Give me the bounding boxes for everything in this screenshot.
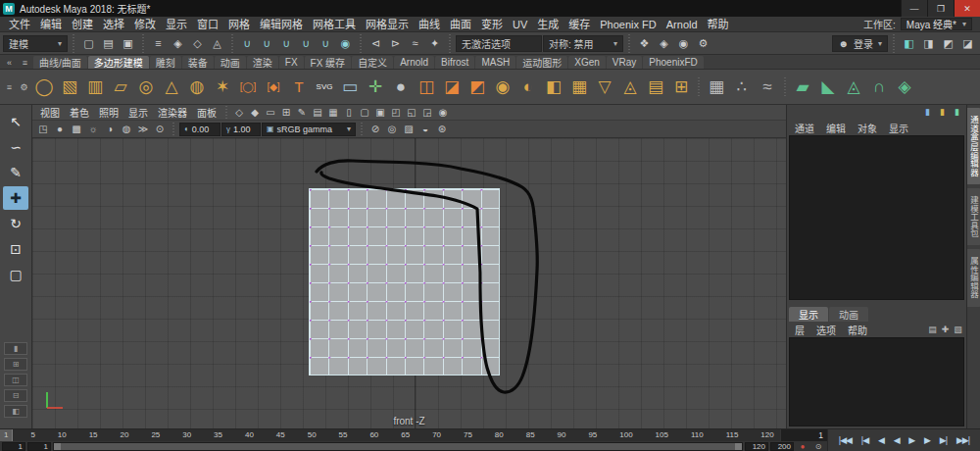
boolean-icon[interactable]: ◉ bbox=[490, 72, 515, 103]
shelf-tab[interactable]: 自定义 bbox=[352, 56, 393, 69]
menu-item[interactable]: 创建 bbox=[67, 17, 98, 32]
menu-item[interactable]: 曲面 bbox=[445, 17, 476, 32]
new-layer-from-selected-icon[interactable]: ▧ bbox=[952, 324, 964, 336]
curves-sphere-icon[interactable]: [◯] bbox=[235, 72, 261, 103]
toolbar-separator[interactable] bbox=[140, 34, 146, 53]
current-time-field[interactable]: 1 bbox=[780, 429, 827, 441]
select-by-component-icon[interactable]: ◇ bbox=[188, 34, 207, 53]
quadrangulate-icon[interactable]: ▤ bbox=[643, 72, 668, 103]
safe-action-icon[interactable]: ◱ bbox=[404, 106, 419, 120]
last-used-tool[interactable]: ▢ bbox=[3, 263, 28, 286]
toolbar-separator[interactable] bbox=[891, 34, 897, 53]
menu-item[interactable]: 文件 bbox=[4, 17, 35, 32]
menu-set-selector[interactable]: 建模 ▾ bbox=[3, 35, 68, 52]
toolbar-separator[interactable] bbox=[229, 34, 235, 53]
menu-item[interactable]: 缓存 bbox=[564, 17, 595, 32]
menu-item[interactable]: 修改 bbox=[129, 17, 161, 32]
render-current-frame-icon[interactable]: ◈ bbox=[655, 34, 673, 53]
snap-to-points-icon[interactable]: ∪ bbox=[277, 34, 296, 53]
toolbar-separator[interactable] bbox=[71, 34, 76, 53]
animation-start-field[interactable]: 1 bbox=[2, 442, 25, 451]
shaded-sphere-icon[interactable]: ● bbox=[388, 72, 414, 103]
colorspace-selector[interactable]: ▣ sRGB gamma ▾ bbox=[262, 123, 356, 136]
menu-item[interactable]: 编辑 bbox=[35, 17, 67, 32]
menu-item[interactable]: 帮助 bbox=[703, 17, 734, 32]
poly-disc-icon[interactable]: ◍ bbox=[184, 72, 210, 103]
viewport[interactable]: front -Z bbox=[32, 138, 786, 428]
camera-lock-icon[interactable]: ◆ bbox=[247, 106, 263, 120]
cluster-icon[interactable]: ∴ bbox=[729, 72, 755, 103]
quad-draw-icon[interactable]: ▰ bbox=[790, 72, 815, 103]
shelf-scroll-icon[interactable]: « bbox=[2, 56, 17, 69]
toolbar-separator[interactable] bbox=[171, 121, 176, 138]
auto-keyframe-icon[interactable]: ● bbox=[796, 441, 809, 451]
frame-selected-icon[interactable]: ◉ bbox=[435, 106, 451, 120]
layer-editor-menu-item[interactable]: 帮助 bbox=[842, 323, 873, 337]
combine-icon[interactable]: ◫ bbox=[414, 72, 439, 103]
rotate-tool[interactable]: ↻ bbox=[3, 212, 28, 235]
shelf-tab[interactable]: 渲染 bbox=[247, 56, 278, 69]
curves-cube-icon[interactable]: [◆] bbox=[261, 72, 286, 103]
shelf-menu-icon[interactable]: ≡ bbox=[18, 56, 32, 69]
menu-item[interactable]: Arnold bbox=[662, 17, 703, 32]
layout-single-pane-icon[interactable]: ▮ bbox=[4, 342, 27, 355]
smooth-icon[interactable]: ◐ bbox=[515, 72, 541, 103]
new-empty-layer-icon[interactable]: ✚ bbox=[939, 324, 952, 336]
bookmark-icon[interactable]: ▤ bbox=[310, 106, 325, 120]
go-to-end-button[interactable]: ▶▶| bbox=[956, 433, 970, 447]
menu-item[interactable]: 窗口 bbox=[192, 17, 223, 32]
sidebar-tab[interactable]: 通道盒/层编辑器 bbox=[967, 108, 980, 184]
toolbar-separator[interactable] bbox=[358, 34, 364, 53]
scale-tool[interactable]: ⊡ bbox=[3, 237, 28, 261]
menu-item[interactable]: 网格工具 bbox=[308, 17, 361, 32]
nonlinear-deformer-icon[interactable]: ≈ bbox=[755, 72, 780, 103]
layer-list[interactable] bbox=[789, 337, 964, 426]
sidebar-attribute-editor-icon[interactable]: ▮ bbox=[921, 106, 934, 119]
shelf-tab[interactable]: 运动图形 bbox=[516, 56, 567, 69]
shelf-editor-icon[interactable]: ≡ bbox=[2, 82, 17, 92]
no-active-option-field[interactable]: 无激活选项 bbox=[456, 35, 542, 52]
animation-end-field[interactable]: 200 bbox=[770, 442, 794, 451]
animation-preferences-icon[interactable]: ⊙ bbox=[811, 441, 825, 451]
default-material-icon[interactable]: ◒ bbox=[417, 123, 433, 136]
poly-cone-icon[interactable]: △ bbox=[159, 72, 184, 103]
shelf-tab[interactable]: MASH bbox=[475, 56, 515, 69]
range-slider-bar[interactable] bbox=[53, 442, 743, 451]
type-tool-icon[interactable]: T bbox=[286, 72, 312, 103]
xray-toggle-icon[interactable]: ⊘ bbox=[368, 123, 383, 136]
make-live-icon[interactable]: ◉ bbox=[336, 34, 355, 53]
resolution-gate-icon[interactable]: ▢ bbox=[357, 106, 372, 120]
gamma-field[interactable]: γ 1.00 bbox=[221, 123, 261, 136]
menu-item[interactable]: 变形 bbox=[476, 17, 508, 32]
paint-select-tool[interactable]: ✎ bbox=[3, 161, 28, 184]
bevel-icon[interactable]: ◈ bbox=[892, 72, 917, 103]
maximize-button[interactable]: ❐ bbox=[927, 0, 954, 17]
step-forward-key-button[interactable]: ▶ bbox=[923, 433, 931, 447]
mirror-geometry-icon[interactable]: ◧ bbox=[541, 72, 566, 103]
toggle-tool-settings-icon[interactable]: ◩ bbox=[939, 34, 957, 53]
ssao-toggle-icon[interactable]: ◍ bbox=[119, 123, 134, 136]
channel-box-menu-item[interactable]: 对象 bbox=[852, 121, 883, 135]
toolbar-separator[interactable] bbox=[626, 34, 632, 53]
toolbar-separator[interactable] bbox=[359, 121, 365, 138]
panel-menu-item[interactable]: 面板 bbox=[192, 105, 221, 120]
connect-tool-icon[interactable]: ∩ bbox=[866, 72, 892, 103]
sidebar-channel-box-icon[interactable]: ▮ bbox=[951, 106, 963, 119]
layer-editor-menu-item[interactable]: 选项 bbox=[810, 323, 842, 337]
sidebar-tool-settings-icon[interactable]: ▮ bbox=[936, 106, 949, 119]
duplicate-array-icon[interactable]: ▦ bbox=[566, 72, 592, 103]
camera-select-icon[interactable]: ◇ bbox=[231, 106, 247, 120]
menu-item[interactable]: 选择 bbox=[98, 17, 129, 32]
shaded-mode-icon[interactable]: ● bbox=[52, 123, 68, 136]
play-forwards-button[interactable]: ▶ bbox=[907, 433, 915, 447]
antialias-toggle-icon[interactable]: ⊙ bbox=[152, 123, 168, 136]
snap-to-curves-icon[interactable]: ∪ bbox=[258, 34, 276, 53]
range-slider-range[interactable] bbox=[54, 443, 742, 450]
toolbar-separator[interactable] bbox=[696, 77, 702, 96]
toolbar-separator[interactable] bbox=[782, 77, 788, 96]
shelf-tab[interactable]: FX 缓存 bbox=[305, 56, 352, 69]
image-plane-icon[interactable]: ▭ bbox=[263, 106, 278, 120]
snap-to-view-planes-icon[interactable]: ∪ bbox=[317, 34, 335, 53]
menu-item[interactable]: 编辑网格 bbox=[255, 17, 308, 32]
textured-mode-icon[interactable]: ▩ bbox=[69, 123, 84, 136]
